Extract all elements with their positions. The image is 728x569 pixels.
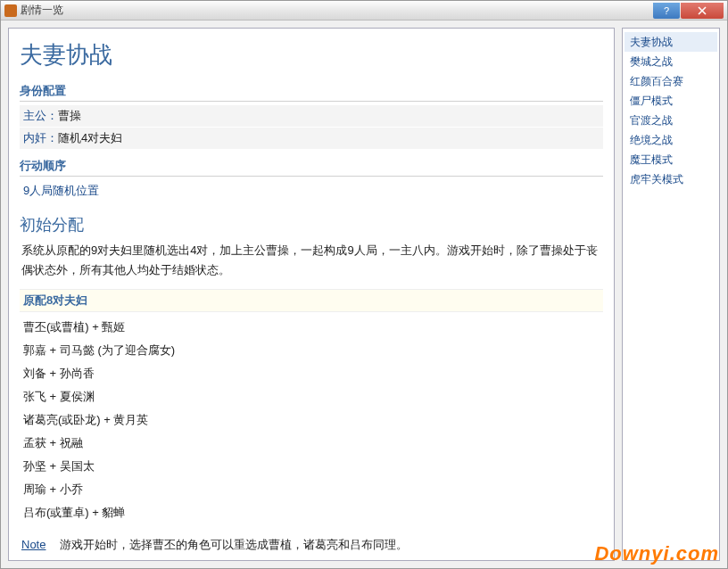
sidebar: 夫妻协战 樊城之战 红颜百合赛 僵尸模式 官渡之战 绝境之战 魔王模式 虎牢关模… bbox=[622, 28, 720, 561]
window-controls: ? bbox=[652, 3, 724, 19]
couples-heading: 原配8对夫妇 bbox=[20, 289, 603, 312]
sidebar-item[interactable]: 绝境之战 bbox=[625, 130, 717, 150]
note-row: Note 游戏开始时，选择曹丕的角色可以重选成曹植，诸葛亮和吕布同理。 bbox=[21, 537, 601, 553]
couple-item: 周瑜 + 小乔 bbox=[20, 478, 603, 501]
identity-row: 主公：曹操 bbox=[20, 105, 603, 127]
sidebar-item[interactable]: 魔王模式 bbox=[625, 150, 717, 169]
titlebar: 剧情一览 ? bbox=[1, 1, 727, 21]
close-icon bbox=[698, 6, 707, 15]
couple-item: 张飞 + 夏侯渊 bbox=[20, 385, 603, 408]
sidebar-item[interactable]: 僵尸模式 bbox=[625, 91, 717, 111]
content-area: 夫妻协战 身份配置 主公：曹操 内奸：随机4对夫妇 行动顺序 9人局随机位置 初… bbox=[1, 21, 727, 568]
couple-item: 刘备 + 孙尚香 bbox=[20, 362, 603, 385]
identity-val: 随机4对夫妇 bbox=[58, 131, 122, 144]
order-text: 9人局随机位置 bbox=[20, 180, 603, 202]
identity-key: 内奸： bbox=[23, 131, 58, 144]
sidebar-item[interactable]: 红颜百合赛 bbox=[625, 71, 717, 91]
couple-item: 孟获 + 祝融 bbox=[20, 432, 603, 455]
couple-item: 郭嘉 + 司马懿 (为了迎合腐女) bbox=[20, 339, 603, 362]
identity-val: 曹操 bbox=[58, 109, 81, 122]
app-window: 剧情一览 ? 夫妻协战 身份配置 主公：曹操 内奸：随机4对夫妇 行动顺序 9人… bbox=[0, 0, 728, 569]
couple-item: 吕布(或董卓) + 貂蝉 bbox=[20, 501, 603, 524]
page-title: 夫妻协战 bbox=[20, 39, 603, 70]
help-button[interactable]: ? bbox=[653, 3, 680, 19]
init-heading: 初始分配 bbox=[20, 214, 603, 235]
couple-item: 诸葛亮(或卧龙) + 黄月英 bbox=[20, 408, 603, 432]
note-label[interactable]: Note bbox=[21, 538, 46, 551]
note-text: 游戏开始时，选择曹丕的角色可以重选成曹植，诸葛亮和吕布同理。 bbox=[60, 538, 408, 551]
main-panel: 夫妻协战 身份配置 主公：曹操 内奸：随机4对夫妇 行动顺序 9人局随机位置 初… bbox=[8, 28, 615, 561]
couple-item: 曹丕(或曹植) + 甄姬 bbox=[20, 316, 603, 339]
identity-key: 主公： bbox=[23, 109, 58, 122]
order-heading: 行动顺序 bbox=[20, 158, 603, 177]
sidebar-item[interactable]: 虎牢关模式 bbox=[625, 169, 717, 189]
app-icon bbox=[4, 4, 17, 17]
identity-row: 内奸：随机4对夫妇 bbox=[20, 128, 603, 149]
sidebar-item[interactable]: 夫妻协战 bbox=[625, 32, 717, 52]
couple-item: 孙坚 + 吴国太 bbox=[20, 455, 603, 478]
window-title: 剧情一览 bbox=[21, 3, 652, 18]
init-paragraph: 系统从原配的9对夫妇里随机选出4对，加上主公曹操，一起构成9人局，一主八内。游戏… bbox=[21, 241, 601, 280]
sidebar-item[interactable]: 官渡之战 bbox=[625, 111, 717, 130]
close-button[interactable] bbox=[681, 3, 724, 19]
watermark: Downyi.com bbox=[594, 542, 719, 565]
sidebar-item[interactable]: 樊城之战 bbox=[625, 52, 717, 71]
identity-heading: 身份配置 bbox=[20, 83, 603, 102]
